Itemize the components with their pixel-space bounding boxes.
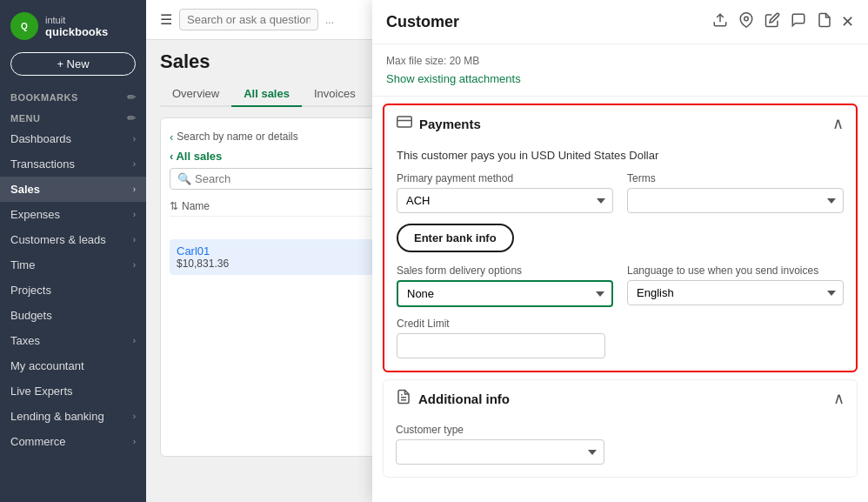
sidebar-item-time[interactable]: Time›	[0, 252, 146, 278]
customers-breadcrumb[interactable]: ‹ All sales	[170, 150, 222, 163]
payments-title: Payments	[419, 117, 481, 131]
additional-header-left: Additional info	[396, 389, 510, 408]
customer-type-label: Customer type	[396, 424, 845, 436]
max-file-size: Max file size: 20 MB	[386, 55, 854, 67]
sidebar-item-dashboards[interactable]: Dashboards›	[0, 126, 146, 151]
sidebar-item-lending-banking[interactable]: Lending & banking›	[0, 404, 146, 429]
chat-icon[interactable]	[789, 10, 808, 33]
additional-info-collapse-icon[interactable]: ∧	[833, 389, 845, 408]
panel-body: Max file size: 20 MB Show existing attac…	[372, 44, 868, 502]
primary-payment-select[interactable]: ACH Check Credit Card Cash	[397, 188, 613, 213]
svg-text:Q: Q	[21, 22, 28, 31]
svg-point-3	[744, 17, 749, 21]
show-attachments-link[interactable]: Show existing attachments	[386, 72, 521, 85]
tab-invoices[interactable]: Invoices	[302, 82, 368, 107]
menu-section: MENU ✏	[0, 105, 146, 126]
sidebar-item-live-experts[interactable]: Live Experts	[0, 378, 146, 404]
customer-panel: Customer ✕	[372, 0, 868, 502]
search-icon: 🔍	[177, 172, 191, 185]
sidebar-item-taxes[interactable]: Taxes›	[0, 328, 146, 353]
terms-select[interactable]: Net 30 Net 60 Due on receipt	[627, 188, 844, 213]
svg-rect-4	[397, 117, 412, 127]
sidebar-item-commerce[interactable]: Commerce›	[0, 429, 146, 454]
customer-type-select[interactable]	[396, 439, 604, 465]
language-col: Language to use when you send invoices E…	[627, 264, 844, 307]
panel-icons: ✕	[711, 10, 854, 33]
logo-text: intuit quickbooks	[45, 15, 108, 38]
payments-icon	[397, 114, 412, 133]
hamburger-icon[interactable]: ☰	[160, 11, 172, 28]
payments-section: Payments ∧ This customer pays you in USD…	[383, 104, 858, 372]
logo-icon: Q	[10, 12, 38, 40]
sidebar-item-budgets[interactable]: Budgets	[0, 303, 146, 328]
payment-description: This customer pays you in USD United Sta…	[397, 149, 844, 162]
additional-info-icon	[396, 389, 411, 408]
terms-label: Terms	[627, 172, 844, 184]
payments-section-header[interactable]: Payments ∧	[384, 105, 856, 142]
language-label: Language to use when you send invoices	[627, 264, 844, 277]
edit-icon[interactable]	[763, 10, 782, 33]
close-button[interactable]: ✕	[841, 12, 854, 31]
sort-icon[interactable]: ⇅	[170, 200, 178, 212]
primary-payment-label: Primary payment method	[397, 172, 613, 184]
col-name-label: Name	[182, 200, 210, 212]
language-select[interactable]: English French Spanish	[627, 280, 844, 305]
payments-header-left: Payments	[397, 114, 481, 133]
tab-all-sales[interactable]: All sales	[231, 82, 302, 107]
bookmarks-section: BOOKMARKS ✏	[0, 84, 146, 105]
customers-back-link[interactable]: ‹ Search by name or details	[170, 131, 298, 144]
logo-area: Q intuit quickbooks	[0, 0, 146, 52]
sidebar-item-transactions[interactable]: Transactions›	[0, 151, 146, 177]
credit-limit-group: Credit Limit	[397, 318, 605, 358]
additional-info-body: Customer type	[384, 417, 857, 477]
sidebar-item-my-accountant[interactable]: My accountant	[0, 353, 146, 378]
location-icon[interactable]	[737, 10, 756, 33]
bookmarks-edit-icon[interactable]: ✏	[127, 91, 137, 104]
sidebar-item-customers-leads[interactable]: Customers & leads›	[0, 227, 146, 252]
sidebar: Q intuit quickbooks + New BOOKMARKS ✏ ME…	[0, 0, 146, 502]
delivery-options-col: Sales form delivery options None Send la…	[397, 264, 613, 307]
upload-icon[interactable]	[711, 10, 730, 33]
delivery-label: Sales form delivery options	[397, 264, 613, 277]
enter-bank-info-button[interactable]: Enter bank info	[397, 224, 514, 252]
additional-info-section: Additional info ∧ Customer type	[383, 379, 858, 478]
additional-info-header[interactable]: Additional info ∧	[384, 380, 857, 417]
payment-method-row: Primary payment method ACH Check Credit …	[397, 172, 844, 213]
terms-col: Terms Net 30 Net 60 Due on receipt	[627, 172, 844, 213]
delivery-select[interactable]: None Send later Print later	[397, 280, 613, 307]
credit-limit-input[interactable]	[397, 333, 605, 358]
primary-payment-col: Primary payment method ACH Check Credit …	[397, 172, 613, 213]
sidebar-item-projects[interactable]: Projects	[0, 278, 146, 303]
panel-title: Customer	[386, 13, 459, 31]
document-icon[interactable]	[815, 10, 834, 33]
payments-body: This customer pays you in USD United Sta…	[384, 142, 856, 371]
attachment-section: Max file size: 20 MB Show existing attac…	[372, 44, 868, 97]
new-button[interactable]: + New	[10, 52, 136, 76]
tab-overview[interactable]: Overview	[160, 82, 231, 107]
sidebar-item-sales[interactable]: Sales›	[0, 177, 146, 202]
payments-collapse-icon[interactable]: ∧	[832, 114, 844, 133]
sidebar-item-expenses[interactable]: Expenses›	[0, 202, 146, 227]
delivery-language-row: Sales form delivery options None Send la…	[397, 264, 844, 307]
menu-edit-icon[interactable]: ✏	[127, 112, 137, 124]
panel-header: Customer ✕	[372, 0, 868, 44]
search-input[interactable]	[179, 9, 318, 30]
additional-info-title: Additional info	[418, 392, 510, 406]
credit-limit-label: Credit Limit	[397, 318, 605, 330]
